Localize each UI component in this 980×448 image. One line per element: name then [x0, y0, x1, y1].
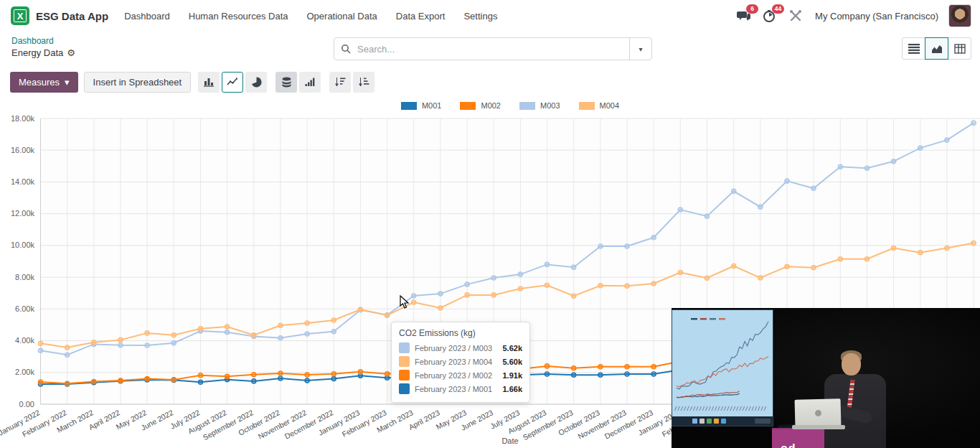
svg-text:16.00k: 16.00k	[11, 146, 35, 154]
tooltip-series-value: 5.60k	[502, 358, 522, 366]
line-chart-icon	[227, 77, 238, 87]
cumulative-button[interactable]	[299, 72, 321, 93]
presentation-video-overlay: od	[672, 308, 980, 448]
taskbar-app-icon	[707, 419, 712, 424]
svg-text:12.00k: 12.00k	[11, 209, 35, 218]
tooltip-series-chip	[399, 383, 410, 394]
tooltip-series-chip	[399, 356, 410, 367]
tooltip-row: February 2023 / M0035.62k	[399, 342, 522, 353]
chart-mode-buttons	[198, 72, 374, 93]
pie-chart-icon	[251, 77, 262, 88]
taskbar-clock	[755, 419, 771, 424]
projected-screen	[672, 309, 773, 426]
bar-chart-button[interactable]	[198, 72, 220, 93]
sort-desc-button[interactable]	[329, 72, 351, 93]
top-navbar: X ESG Data App DashboardHuman Resources …	[0, 0, 980, 32]
tooltip-rows: February 2023 / M0035.62kFebruary 2023 /…	[399, 342, 522, 394]
tooltip-series-value: 5.62k	[502, 344, 522, 353]
navbar-right: 6 44 My Company (San Francisco)	[736, 0, 971, 32]
sort-asc-icon	[358, 77, 369, 87]
projected-mini-chart	[672, 310, 773, 416]
search-icon	[341, 44, 351, 54]
menu-item-dashboard[interactable]: Dashboard	[124, 11, 170, 22]
graph-view-icon	[931, 44, 943, 54]
svg-text:10.00k: 10.00k	[11, 241, 35, 249]
tooltip-series-value: 1.66k	[502, 385, 522, 393]
cumulative-icon	[305, 77, 316, 87]
menu-item-settings[interactable]: Settings	[463, 11, 497, 22]
laptop-base	[792, 425, 845, 429]
view-switch-graph[interactable]	[925, 37, 948, 60]
stacked-button[interactable]	[275, 72, 297, 93]
measures-button[interactable]: Measures ▾	[10, 72, 78, 93]
projected-taskbar	[672, 416, 773, 426]
tooltip-row: February 2023 / M0045.60k	[399, 356, 522, 367]
tooltip-series-label: February 2023 / M004	[415, 358, 498, 366]
tooltip-row: February 2023 / M0021.91k	[399, 370, 522, 381]
tooltip-row: February 2023 / M0011.66k	[399, 383, 522, 394]
nav-menu: DashboardHuman Resources DataOperational…	[124, 11, 497, 22]
insert-in-spreadsheet-button[interactable]: Insert in Spreadsheet	[84, 72, 192, 93]
taskbar-app-icon	[721, 419, 726, 424]
search-bar: ▾	[334, 37, 652, 60]
search-input[interactable]	[356, 43, 629, 55]
messages-badge: 6	[746, 4, 758, 14]
sort-desc-icon	[334, 77, 346, 87]
view-switcher	[903, 37, 971, 60]
laptop-logo	[815, 410, 821, 416]
svg-text:14.00k: 14.00k	[11, 177, 35, 186]
sort-asc-button[interactable]	[353, 72, 374, 93]
view-switch-list[interactable]	[902, 37, 925, 60]
company-switcher[interactable]: My Company (San Francisco)	[815, 11, 938, 22]
taskbar-app-icon	[692, 419, 697, 424]
measures-label: Measures	[19, 77, 60, 88]
taskbar-app-icon	[714, 419, 719, 424]
measures-caret-icon: ▾	[65, 77, 70, 88]
menu-item-operational-data[interactable]: Operational Data	[306, 11, 377, 22]
control-panel: Dashboard Energy Data ⚙ ▾	[0, 32, 980, 66]
messages-icon[interactable]: 6	[736, 8, 752, 24]
tooltip-series-label: February 2023 / M002	[415, 371, 498, 380]
breadcrumb: Dashboard Energy Data ⚙	[11, 36, 75, 58]
tooltip-series-chip	[399, 370, 410, 381]
tooltip-series-label: February 2023 / M001	[415, 385, 498, 393]
svg-text:0.00: 0.00	[19, 400, 34, 409]
breadcrumb-current-wrap: Energy Data ⚙	[11, 47, 75, 58]
graph-toolbar: Measures ▾ Insert in Spreadsheet	[0, 66, 980, 98]
presenter-laptop	[795, 398, 842, 427]
svg-text:4.00k: 4.00k	[15, 336, 34, 345]
view-switch-pivot[interactable]	[948, 37, 971, 60]
search-filters-dropdown[interactable]: ▾	[629, 38, 651, 60]
stacked-icon	[281, 77, 292, 88]
app-logo-letter: X	[11, 6, 29, 25]
menu-item-human-resources-data[interactable]: Human Resources Data	[189, 11, 288, 22]
tools-icon[interactable]	[788, 8, 804, 24]
list-view-icon	[908, 44, 920, 54]
tooltip-series-label: February 2023 / M003	[415, 344, 498, 353]
chart-tooltip: CO2 Emissions (kg) February 2023 / M0035…	[391, 322, 530, 403]
presenter-head	[842, 353, 861, 375]
svg-text:8.00k: 8.00k	[15, 273, 34, 281]
activities-icon[interactable]: 44	[762, 8, 778, 24]
app-logo-icon[interactable]: X	[11, 6, 29, 25]
svg-text:18.00k: 18.00k	[11, 114, 35, 123]
menu-item-data-export[interactable]: Data Export	[396, 11, 446, 22]
tooltip-series-chip	[399, 342, 410, 353]
pie-chart-button[interactable]	[245, 72, 267, 93]
svg-text:Date: Date	[501, 437, 518, 445]
action-gear-icon[interactable]: ⚙	[67, 47, 75, 58]
taskbar-app-icon	[699, 419, 705, 424]
wrench-screwdriver-icon	[788, 8, 804, 24]
line-chart-button[interactable]	[222, 72, 243, 93]
mouse-cursor	[399, 295, 410, 309]
tooltip-title: CO2 Emissions (kg)	[399, 328, 522, 338]
podium-logo-text: od	[781, 442, 796, 448]
svg-text:2.00k: 2.00k	[15, 368, 34, 376]
app-title: ESG Data App	[36, 10, 108, 22]
breadcrumb-current: Energy Data	[11, 47, 63, 58]
user-avatar[interactable]	[948, 4, 971, 27]
breadcrumb-dashboard-link[interactable]: Dashboard	[11, 36, 75, 46]
bar-chart-icon	[203, 77, 215, 87]
tooltip-series-value: 1.91k	[502, 371, 522, 380]
svg-text:6.00k: 6.00k	[15, 304, 34, 313]
